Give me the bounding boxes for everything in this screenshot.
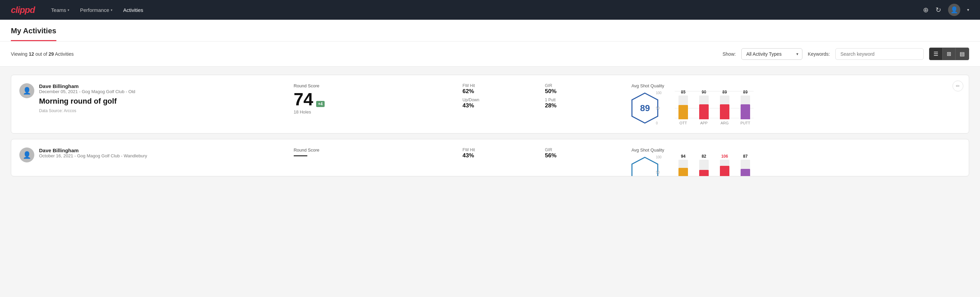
chart-y-axis: 100 50 0	[656, 91, 662, 125]
avatar-person-icon-2: 👤	[23, 151, 31, 159]
activity-card: ✏ 👤 Dave Billingham December 05, 2021 - …	[11, 75, 969, 134]
avg-shot-quality-label-2: Avg Shot Quality	[631, 147, 754, 153]
bar-app-bar	[699, 96, 709, 119]
score-main: 74 +4	[294, 90, 452, 108]
card-stats-2: FW Hit 43% GIR 56%	[463, 147, 620, 159]
bar-ott-value: 85	[681, 90, 685, 94]
bar-arg-value-2: 106	[721, 154, 728, 159]
bar-putt-fill	[741, 104, 750, 119]
edit-button[interactable]: ✏	[953, 81, 963, 91]
bar-ott-fill	[678, 105, 688, 119]
chart-bars-container-2: 94 OTT 82	[675, 155, 754, 176]
bar-putt-fill-2	[741, 169, 750, 176]
bar-ott-bar	[678, 96, 688, 119]
bar-arg-bar-2	[720, 160, 729, 176]
filter-bar: Viewing 12 out of 29 Activities Show: Al…	[0, 42, 980, 67]
stat-fw-hit-label: FW Hit	[463, 83, 538, 88]
stat-updown: Up/Down 43%	[463, 97, 538, 109]
bar-arg-fill	[720, 104, 729, 119]
avatar-person-icon: 👤	[23, 87, 31, 95]
round-score-label: Round Score	[294, 83, 452, 88]
nav-teams[interactable]: Teams ▾	[51, 1, 69, 19]
card-left: 👤 Dave Billingham December 05, 2021 - Go…	[19, 83, 283, 113]
grid-view-button[interactable]: ⊞	[943, 48, 956, 60]
search-input[interactable]	[835, 48, 924, 60]
navbar: clippd Teams ▾ Performance ▾ Activities …	[0, 0, 980, 20]
card-info: Dave Billingham December 05, 2021 - Gog …	[39, 83, 135, 113]
card-name: Dave Billingham	[39, 83, 135, 89]
stat-fw-hit-2: FW Hit 43%	[463, 147, 538, 159]
stat-1putt: 1 Putt 28%	[545, 97, 621, 109]
bar-ott-fill-2	[678, 168, 688, 176]
bar-putt-value-2: 87	[743, 154, 748, 159]
stat-1putt-label: 1 Putt	[545, 97, 621, 102]
card-score-2: Round Score	[294, 147, 452, 156]
bar-putt-bar	[741, 96, 750, 119]
bar-app-label: APP	[700, 121, 708, 125]
bar-ott: 85 OTT	[676, 90, 690, 125]
activity-card-2: 👤 Dave Billingham October 16, 2021 - Gog…	[11, 139, 969, 176]
stat-fw-hit-label-2: FW Hit	[463, 147, 538, 152]
bar-putt-2: 87 PUTT	[738, 154, 752, 176]
bar-putt-value: 89	[743, 90, 748, 94]
viewing-total: 29	[49, 51, 54, 57]
refresh-icon[interactable]: ↻	[935, 6, 941, 14]
avatar[interactable]: 👤	[948, 4, 960, 16]
stat-gir-2: GIR 56%	[545, 147, 621, 159]
avg-shot-quality-label: Avg Shot Quality	[631, 83, 664, 88]
score-placeholder	[294, 155, 307, 156]
subheader: My Activities	[0, 20, 980, 42]
bar-ott-label: OTT	[679, 121, 687, 125]
list-view-button[interactable]: ☰	[929, 48, 943, 60]
viewing-text: Viewing 12 out of 29 Activities	[11, 51, 717, 57]
card-title: Morning round of golf	[39, 97, 135, 106]
viewing-count: 12	[29, 51, 34, 57]
stat-updown-value: 43%	[463, 102, 538, 109]
bar-ott-value-2: 94	[681, 154, 685, 159]
logo[interactable]: clippd	[11, 5, 35, 15]
card-quality-2: Avg Shot Quality 100	[631, 147, 961, 176]
bar-app-value-2: 82	[702, 154, 706, 159]
card-stats: FW Hit 62% GIR 50% Up/Down 43% 1 Putt 28…	[463, 83, 620, 109]
bar-app-2: 82 APP	[697, 154, 711, 176]
user-avatar-2: 👤	[19, 147, 34, 163]
grid-line-100	[675, 91, 754, 91]
card-date: December 05, 2021 - Gog Magog Golf Club …	[39, 89, 135, 94]
user-avatar: 👤	[19, 83, 34, 98]
bar-putt: 89 PUTT	[738, 90, 752, 125]
quality-score: 89	[640, 103, 650, 113]
compact-view-button[interactable]: ▤	[956, 48, 969, 60]
card-quality: Avg Shot Quality 89	[631, 83, 961, 125]
stat-fw-hit-value: 62%	[463, 88, 538, 95]
round-score-label-2: Round Score	[294, 147, 452, 153]
bar-app-fill	[699, 104, 709, 119]
stat-updown-label: Up/Down	[463, 97, 538, 102]
activity-type-wrapper: All Activity Types ▾	[741, 48, 802, 60]
activities-list: ✏ 👤 Dave Billingham December 05, 2021 - …	[0, 67, 980, 185]
chart-bars-container: 85 OTT 90	[675, 91, 754, 125]
score-badge: +4	[316, 101, 325, 107]
card-date-2: October 16, 2021 - Gog Magog Golf Club -…	[39, 153, 147, 158]
nav-activities[interactable]: Activities	[123, 1, 143, 19]
shot-quality-chart: 100 50 0 85	[665, 91, 754, 125]
bar-app: 90 APP	[697, 90, 711, 125]
teams-chevron-icon: ▾	[68, 8, 69, 12]
card-name-2: Dave Billingham	[39, 147, 147, 153]
bar-arg-label: ARG	[721, 121, 729, 125]
stat-1putt-value: 28%	[545, 102, 621, 109]
quality-hexagon: 89	[631, 93, 659, 124]
bar-ott-bar-2	[678, 160, 688, 176]
activity-type-select[interactable]: All Activity Types	[741, 48, 802, 60]
show-label: Show:	[722, 51, 736, 57]
stat-gir-value: 50%	[545, 88, 621, 95]
nav-right: ⊕ ↻ 👤 ▾	[923, 4, 969, 16]
bar-app-bar-2	[699, 160, 709, 176]
shot-quality-chart-2: 100 50 0 94 OTT	[665, 155, 754, 176]
add-icon[interactable]: ⊕	[923, 6, 929, 14]
stat-gir-label-2: GIR	[545, 147, 621, 152]
stat-fw-hit-value-2: 43%	[463, 152, 538, 159]
keywords-label: Keywords:	[808, 51, 830, 57]
chart-y-axis-2: 100 50 0	[656, 155, 662, 176]
nav-performance[interactable]: Performance ▾	[80, 1, 112, 19]
bar-ott-2: 94 OTT	[676, 154, 690, 176]
